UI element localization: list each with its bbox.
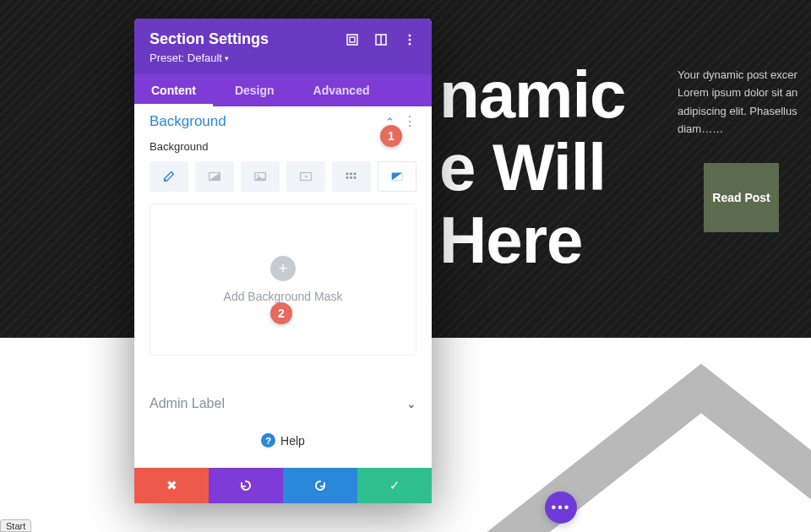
dots-icon: ••• xyxy=(552,500,571,515)
svg-rect-1 xyxy=(350,37,355,42)
section-kebab-icon[interactable]: ⋮ xyxy=(403,115,416,128)
modal-footer: ✖ ✓ xyxy=(134,468,432,503)
hero-line-1: namic xyxy=(439,59,625,132)
section-settings-modal: Section Settings Preset: Default▾ Conten… xyxy=(134,19,432,503)
preset-dropdown[interactable]: Preset: Default▾ xyxy=(150,52,416,64)
svg-point-10 xyxy=(257,175,259,176)
decorative-angle xyxy=(465,355,811,532)
annotation-badge-1: 1 xyxy=(380,125,402,147)
svg-point-7 xyxy=(164,179,166,182)
help-label: Help xyxy=(280,434,305,448)
svg-rect-17 xyxy=(354,176,357,179)
kebab-icon[interactable] xyxy=(403,33,416,46)
modal-tabs: Content Design Advanced xyxy=(134,74,432,106)
bg-tab-image[interactable] xyxy=(241,161,280,192)
svg-point-6 xyxy=(409,42,411,45)
responsive-icon[interactable] xyxy=(374,33,388,46)
section-fab-button[interactable]: ••• xyxy=(545,491,577,524)
tab-design[interactable]: Design xyxy=(218,74,291,106)
bg-tab-pattern[interactable] xyxy=(332,161,371,192)
redo-button[interactable] xyxy=(283,468,357,503)
hero-title: namic e Will Here xyxy=(439,59,625,276)
background-label: Background xyxy=(150,140,416,153)
bg-tab-gradient[interactable] xyxy=(195,161,234,192)
expand-icon[interactable] xyxy=(346,33,359,46)
annotation-badge-2: 2 xyxy=(270,302,292,324)
tab-advanced[interactable]: Advanced xyxy=(297,74,387,106)
caret-down-icon: ▾ xyxy=(225,54,229,62)
help-button[interactable]: ? Help xyxy=(150,423,416,459)
bg-tab-video[interactable] xyxy=(286,161,325,192)
background-section-title[interactable]: Background xyxy=(150,113,226,130)
help-icon: ? xyxy=(261,433,275,448)
svg-rect-13 xyxy=(350,173,352,176)
add-background-mask-button[interactable]: + Add Background Mask xyxy=(150,204,416,356)
modal-title: Section Settings xyxy=(150,30,269,48)
plus-icon: + xyxy=(270,256,296,281)
svg-rect-16 xyxy=(350,176,352,179)
preset-label: Preset: Default xyxy=(150,52,222,64)
modal-header: Section Settings Preset: Default▾ xyxy=(134,19,432,74)
admin-label-section[interactable]: Admin Label xyxy=(150,396,225,411)
tab-content[interactable]: Content xyxy=(134,74,213,106)
start-button[interactable]: Start xyxy=(0,519,31,532)
undo-button[interactable] xyxy=(209,468,283,503)
svg-point-4 xyxy=(409,34,411,36)
save-button[interactable]: ✓ xyxy=(357,468,432,503)
panel-content: Background ⌃ ⋮ Background xyxy=(134,106,432,468)
bg-tab-color[interactable] xyxy=(150,161,188,192)
svg-point-5 xyxy=(409,38,411,41)
svg-rect-12 xyxy=(346,173,349,176)
bg-tab-mask[interactable] xyxy=(378,161,416,192)
hero-line-2: e Will xyxy=(439,132,625,204)
mask-label: Add Background Mask xyxy=(224,290,343,303)
read-post-button[interactable]: Read Post xyxy=(704,163,779,232)
hero-line-3: Here xyxy=(439,204,625,277)
post-excerpt: Your dynamic post excer Lorem ipsum dolo… xyxy=(678,66,811,138)
svg-rect-0 xyxy=(347,35,357,45)
background-type-tabs xyxy=(150,161,416,192)
svg-rect-15 xyxy=(346,176,349,179)
cancel-button[interactable]: ✖ xyxy=(134,468,209,503)
expand-icon[interactable]: ⌄ xyxy=(406,397,416,410)
svg-rect-14 xyxy=(354,173,357,176)
